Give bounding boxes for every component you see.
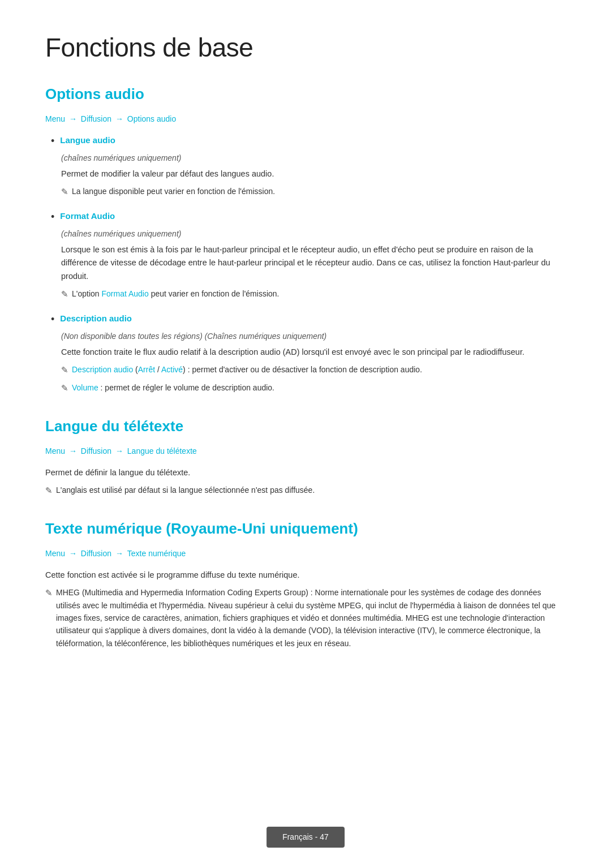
breadcrumb-tn-diffusion: Diffusion xyxy=(81,549,111,558)
section-options-audio: Options audio Menu → Diffusion → Options… xyxy=(45,83,566,395)
description-audio-body: Cette fonction traite le flux audio rela… xyxy=(61,346,566,359)
breadcrumb-lt-arrow-1: → xyxy=(69,446,79,456)
note-icon-6: ✎ xyxy=(45,586,53,600)
note-icon-1: ✎ xyxy=(61,185,68,199)
breadcrumb-menu: Menu xyxy=(45,114,65,123)
bullet-langue-audio: • Langue audio xyxy=(51,134,566,149)
langue-teletexte-note: ✎ L'anglais est utilisé par défaut si la… xyxy=(45,484,566,497)
langue-teletexte-note-content: L'anglais est utilisé par défaut si la l… xyxy=(56,484,566,496)
format-audio-subtitle: (chaînes numériques uniquement) xyxy=(61,228,566,240)
item-langue-audio: • Langue audio (chaînes numériques uniqu… xyxy=(45,134,566,199)
active-link: Activé xyxy=(161,365,183,374)
breadcrumb-lt-arrow-2: → xyxy=(115,446,126,456)
breadcrumb-lt-diffusion: Diffusion xyxy=(81,446,111,456)
bullet-description-audio: • Description audio xyxy=(51,312,566,327)
breadcrumb-tn-option: Texte numérique xyxy=(127,549,186,558)
note-icon-3: ✎ xyxy=(61,363,68,377)
section-title-langue-teletexte: Langue du télétexte xyxy=(45,415,566,437)
section-title-texte-numerique: Texte numérique (Royaume-Uni uniquement) xyxy=(45,518,566,540)
description-audio-subtitle: (Non disponible dans toutes les régions)… xyxy=(61,330,566,342)
item-description-audio: • Description audio (Non disponible dans… xyxy=(45,312,566,395)
breadcrumb-tn-arrow-2: → xyxy=(115,549,126,558)
format-audio-note: ✎ L'option Format Audio peut varier en f… xyxy=(61,287,566,301)
breadcrumb-lt-option: Langue du télétexte xyxy=(127,446,197,456)
texte-numerique-note-content: MHEG (Multimedia and Hypermedia Informat… xyxy=(56,586,566,650)
section-texte-numerique: Texte numérique (Royaume-Uni uniquement)… xyxy=(45,518,566,650)
langue-audio-note: ✎ La langue disponible peut varier en fo… xyxy=(61,185,566,199)
breadcrumb-arrow-2: → xyxy=(115,114,126,123)
breadcrumb-lt-menu: Menu xyxy=(45,446,65,456)
texte-numerique-normal: Texte numérique xyxy=(45,520,162,537)
breadcrumb-texte-numerique: Menu → Diffusion → Texte numérique xyxy=(45,548,566,560)
breadcrumb-diffusion: Diffusion xyxy=(81,114,111,123)
texte-numerique-bold-text: (Royaume-Uni uniquement) xyxy=(166,520,358,537)
note-icon-4: ✎ xyxy=(61,381,68,395)
bullet-dot-2: • xyxy=(51,209,54,225)
bullet-format-audio: • Format Audio xyxy=(51,210,566,225)
note-icon-2: ✎ xyxy=(61,287,68,301)
breadcrumb-langue-teletexte: Menu → Diffusion → Langue du télétexte xyxy=(45,445,566,457)
description-audio-note-2: ✎ Volume : permet de régler le volume de… xyxy=(61,381,566,395)
description-audio-link: Description audio xyxy=(60,312,132,325)
format-audio-body: Lorsque le son est émis à la fois par le… xyxy=(61,243,566,283)
breadcrumb-tn-arrow-1: → xyxy=(69,549,79,558)
item-format-audio: • Format Audio (chaînes numériques uniqu… xyxy=(45,210,566,301)
description-audio-note-content-1: Description audio (Arrêt / Activé) : per… xyxy=(72,363,566,376)
langue-audio-note-content: La langue disponible peut varier en fonc… xyxy=(72,185,566,197)
langue-audio-link: Langue audio xyxy=(60,134,115,147)
langue-teletexte-body: Permet de définir la langue du télétexte… xyxy=(45,466,566,479)
format-audio-inline-link: Format Audio xyxy=(102,289,149,298)
format-audio-note-content: L'option Format Audio peut varier en fon… xyxy=(72,287,566,300)
section-langue-teletexte: Langue du télétexte Menu → Diffusion → L… xyxy=(45,415,566,497)
breadcrumb-options-audio: Menu → Diffusion → Options audio xyxy=(45,113,566,125)
langue-audio-subtitle: (chaînes numériques uniquement) xyxy=(61,152,566,164)
langue-audio-body: Permet de modifier la valeur par défaut … xyxy=(61,167,566,181)
volume-link: Volume xyxy=(72,383,98,392)
page-title: Fonctions de base xyxy=(45,28,566,67)
page-footer: Français - 47 xyxy=(266,827,345,848)
texte-numerique-note: ✎ MHEG (Multimedia and Hypermedia Inform… xyxy=(45,586,566,650)
format-audio-link: Format Audio xyxy=(60,210,115,223)
texte-numerique-body: Cette fonction est activée si le program… xyxy=(45,569,566,582)
breadcrumb-options: Options audio xyxy=(127,114,176,123)
bullet-dot-3: • xyxy=(51,312,54,327)
section-title-options-audio: Options audio xyxy=(45,83,566,105)
description-audio-note-1: ✎ Description audio (Arrêt / Activé) : p… xyxy=(61,363,566,377)
description-audio-inline-link: Description audio xyxy=(72,365,133,374)
description-audio-note-content-2: Volume : permet de régler le volume de d… xyxy=(72,381,566,394)
breadcrumb-arrow-1: → xyxy=(69,114,79,123)
arret-link: Arrêt xyxy=(138,365,155,374)
bullet-dot-1: • xyxy=(51,134,54,149)
breadcrumb-tn-menu: Menu xyxy=(45,549,65,558)
note-icon-5: ✎ xyxy=(45,484,53,497)
